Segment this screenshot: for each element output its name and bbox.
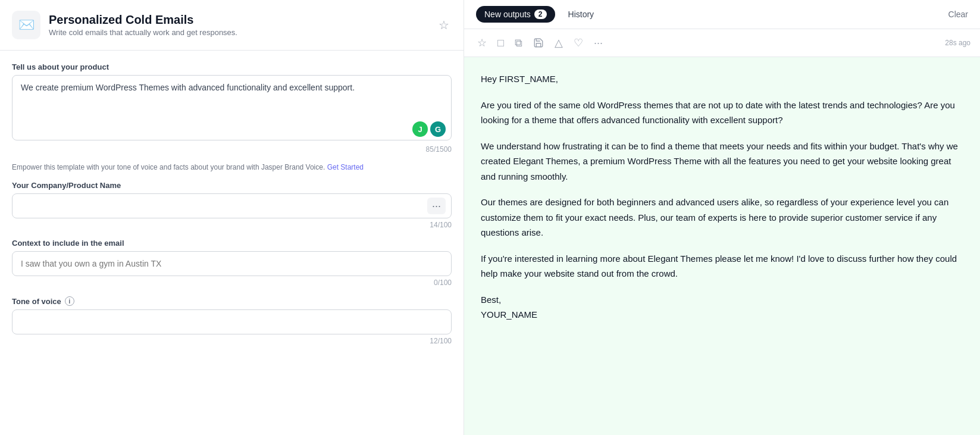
badge-green: J bbox=[412, 121, 428, 137]
clear-button[interactable]: Clear bbox=[948, 10, 968, 19]
company-input[interactable]: Elegant themes bbox=[12, 193, 452, 218]
tone-char-count: 12/100 bbox=[430, 337, 452, 345]
company-field-group: Your Company/Product Name Elegant themes… bbox=[12, 181, 452, 229]
page-title: Personalized Cold Emails bbox=[49, 13, 428, 27]
context-field-group: Context to include in the email 0/100 bbox=[12, 239, 452, 287]
product-textarea[interactable]: We create premium WordPress Themes with … bbox=[12, 75, 452, 140]
tone-input[interactable]: Professional bbox=[12, 309, 452, 334]
product-label: Tell us about your product bbox=[12, 62, 452, 71]
brand-voice-row: Empower this template with your tone of … bbox=[12, 163, 452, 171]
output-signature: YOUR_NAME bbox=[481, 309, 537, 320]
header: ✉️ Personalized Cold Emails Write cold e… bbox=[0, 0, 464, 51]
header-text: Personalized Cold Emails Write cold emai… bbox=[49, 13, 428, 37]
product-textarea-wrapper: We create premium WordPress Themes with … bbox=[12, 75, 452, 143]
product-field-group: Tell us about your product We create pre… bbox=[12, 62, 452, 154]
context-char-count: 0/100 bbox=[434, 278, 452, 287]
output-content: Hey FIRST_NAME, Are you tired of the sam… bbox=[464, 57, 980, 435]
right-panel: New outputs 2 History Clear ☆ □ ⧉ △ ♡ ··… bbox=[464, 0, 980, 435]
product-badges: J G bbox=[412, 121, 446, 137]
copy-icon-btn[interactable]: ⧉ bbox=[511, 35, 526, 52]
brand-voice-text: Empower this template with your tone of … bbox=[12, 163, 325, 171]
favorite-button[interactable]: ☆ bbox=[436, 15, 452, 35]
time-label: 28s ago bbox=[945, 39, 970, 47]
new-outputs-badge: 2 bbox=[534, 10, 547, 19]
product-footer: 85/1500 bbox=[12, 145, 452, 154]
company-input-wrapper: Elegant themes ··· bbox=[12, 193, 452, 218]
new-outputs-label: New outputs bbox=[484, 10, 531, 19]
company-footer: 14/100 bbox=[12, 221, 452, 229]
context-footer: 0/100 bbox=[12, 278, 452, 287]
more-icon-btn[interactable]: ··· bbox=[590, 35, 606, 52]
save-icon-btn[interactable] bbox=[530, 35, 547, 51]
flag-icon-btn[interactable]: △ bbox=[551, 34, 566, 52]
history-label: History bbox=[568, 10, 594, 19]
context-label: Context to include in the email bbox=[12, 239, 452, 248]
history-tab[interactable]: History bbox=[560, 6, 603, 23]
page-subtitle: Write cold emails that actually work and… bbox=[49, 28, 428, 37]
tone-field-group: Tone of voice i Professional 12/100 bbox=[12, 296, 452, 345]
output-paragraph3: Our themes are designed for both beginne… bbox=[481, 195, 963, 240]
badge-teal: G bbox=[430, 121, 446, 137]
company-dots-button[interactable]: ··· bbox=[427, 198, 446, 214]
context-input[interactable] bbox=[12, 251, 452, 276]
tone-label: Tone of voice i bbox=[12, 296, 452, 306]
brand-voice-link[interactable]: Get Started bbox=[327, 163, 364, 171]
product-char-count: 85/1500 bbox=[426, 145, 452, 154]
output-paragraph4: If you're interested in learning more ab… bbox=[481, 251, 963, 281]
heart-icon-btn[interactable]: ♡ bbox=[570, 34, 587, 52]
form-area: Tell us about your product We create pre… bbox=[0, 51, 464, 435]
output-paragraph1: Are you tired of the same old WordPress … bbox=[481, 98, 963, 128]
new-outputs-tab[interactable]: New outputs 2 bbox=[476, 6, 555, 23]
output-text: Hey FIRST_NAME, Are you tired of the sam… bbox=[481, 71, 963, 323]
square-icon-btn[interactable]: □ bbox=[494, 35, 508, 52]
output-closing: Best, YOUR_NAME bbox=[481, 292, 963, 323]
star-icon-btn[interactable]: ☆ bbox=[474, 34, 490, 52]
output-greeting: Hey FIRST_NAME, bbox=[481, 71, 963, 87]
left-panel: ✉️ Personalized Cold Emails Write cold e… bbox=[0, 0, 464, 435]
tone-info-icon: i bbox=[65, 296, 74, 306]
output-paragraph2: We understand how frustrating it can be … bbox=[481, 139, 963, 184]
company-label: Your Company/Product Name bbox=[12, 181, 452, 190]
right-header: New outputs 2 History Clear bbox=[464, 0, 980, 29]
company-char-count: 14/100 bbox=[430, 221, 452, 229]
tone-footer: 12/100 bbox=[12, 337, 452, 345]
app-icon: ✉️ bbox=[12, 11, 40, 39]
output-toolbar: ☆ □ ⧉ △ ♡ ··· 28s ago bbox=[464, 29, 980, 57]
